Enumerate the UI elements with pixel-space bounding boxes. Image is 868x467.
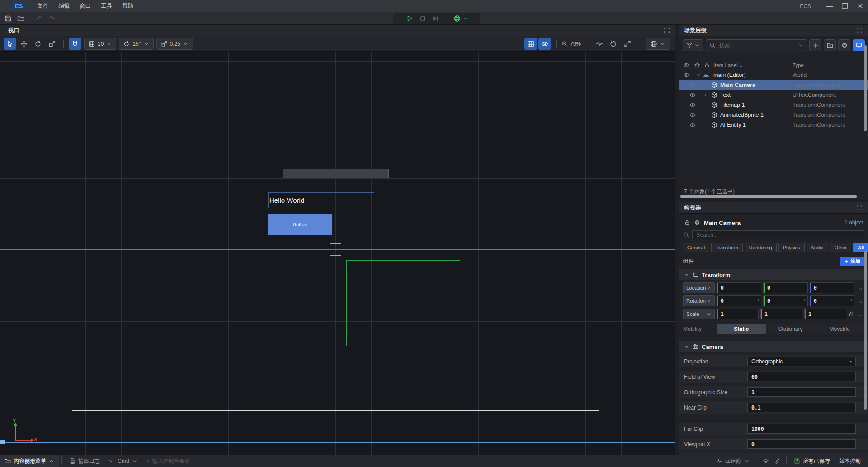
menu-file[interactable]: 文件: [32, 0, 53, 12]
menu-help[interactable]: 帮助: [117, 0, 138, 12]
gear-icon[interactable]: [694, 219, 700, 226]
far-clip-input[interactable]: 1000: [747, 424, 856, 434]
hierarchy-settings-button[interactable]: [838, 39, 850, 51]
hierarchy-row-main-camera[interactable]: Main Camera TransformComponent: [679, 80, 868, 90]
reset-view-button[interactable]: [607, 38, 620, 50]
ui-text-element[interactable]: Hello World: [268, 192, 374, 208]
link-axes-icon[interactable]: ↔: [856, 311, 864, 318]
scale-unlock-icon[interactable]: [848, 311, 854, 317]
link-axes-icon[interactable]: ↔: [856, 298, 864, 305]
eye-icon[interactable]: [689, 122, 696, 128]
menu-tools[interactable]: 工具: [96, 0, 117, 12]
inspector-search-input[interactable]: [695, 231, 861, 238]
hierarchy-row-tilemap[interactable]: Tilemap 1 TransformComponent: [679, 100, 868, 110]
save-button[interactable]: [2, 13, 14, 24]
field-of-view-input[interactable]: 60: [747, 372, 856, 381]
add-entity-button[interactable]: [809, 39, 821, 51]
location-y-field[interactable]: 0: [763, 282, 808, 293]
inspector-fullscreen-icon[interactable]: [856, 205, 863, 211]
hierarchy-fullscreen-icon[interactable]: [856, 27, 863, 33]
rotate-tool-button[interactable]: [32, 38, 44, 50]
tab-all[interactable]: All: [853, 243, 868, 252]
snap-toggle-button[interactable]: [69, 38, 81, 50]
scale-dropdown[interactable]: Scale: [683, 309, 715, 319]
world-globe-dropdown[interactable]: [453, 15, 468, 22]
visibility-toggle[interactable]: [538, 38, 551, 50]
ui-button-element[interactable]: Button: [268, 214, 332, 235]
menu-edit[interactable]: 编辑: [53, 0, 75, 12]
eye-icon[interactable]: [689, 102, 696, 108]
new-folder-button[interactable]: [824, 39, 836, 51]
inspector-search[interactable]: [692, 230, 864, 239]
select-tool-button[interactable]: [4, 38, 16, 50]
version-control-button[interactable]: 版本控制: [835, 455, 868, 467]
hierarchy-row-ai-entity[interactable]: AI Entity 1 TransformComponent: [679, 120, 868, 130]
eye-icon[interactable]: [689, 112, 696, 118]
viewport-world-dropdown[interactable]: [646, 38, 670, 50]
ui-panel-bar[interactable]: [283, 169, 389, 178]
play-icon[interactable]: [406, 15, 413, 22]
location-x-field[interactable]: 0: [717, 282, 761, 293]
hierarchy-search-input[interactable]: [718, 42, 795, 49]
world-view-button[interactable]: [853, 39, 865, 51]
column-type[interactable]: Type: [793, 62, 804, 68]
transform-section-header[interactable]: Transform: [679, 269, 868, 280]
unlock-icon[interactable]: [684, 219, 690, 226]
content-drawer-button[interactable]: 内容侧滑菜单: [0, 455, 59, 467]
network-status-icon[interactable]: [760, 455, 772, 467]
viewport-fullscreen-icon[interactable]: [664, 27, 670, 33]
minimize-button[interactable]: —: [822, 0, 837, 12]
hierarchy-row-main[interactable]: main (Editor) World: [679, 70, 868, 80]
inspector-vertical-scrollbar[interactable]: [864, 251, 867, 410]
camera-section-header[interactable]: Camera: [679, 341, 868, 352]
hierarchy-vertical-scrollbar[interactable]: [864, 45, 867, 131]
link-axes-icon[interactable]: ↔: [856, 285, 864, 291]
eye-icon[interactable]: [689, 92, 696, 98]
scale-x-field[interactable]: 1: [717, 309, 759, 319]
mobility-movable[interactable]: Movable: [815, 324, 864, 334]
stats-toggle-button[interactable]: [593, 38, 606, 50]
stop-icon[interactable]: [420, 15, 426, 22]
orthographic-size-input[interactable]: 1: [747, 387, 856, 397]
mobility-stationary[interactable]: Stationary: [766, 324, 816, 334]
scale-tool-button[interactable]: [46, 38, 58, 50]
tab-other[interactable]: Other: [830, 243, 852, 252]
hierarchy-horizontal-scrollbar[interactable]: [680, 195, 857, 198]
source-control-icon[interactable]: [772, 455, 783, 467]
viewport-x-input[interactable]: 0: [747, 439, 856, 449]
projection-select[interactable]: Orthographic▾: [747, 357, 856, 366]
expand-view-button[interactable]: [621, 38, 634, 50]
rotation-y-field[interactable]: 0°: [763, 295, 808, 306]
selected-entity-marker[interactable]: [330, 243, 341, 256]
hierarchy-search[interactable]: [706, 39, 807, 51]
maximize-button[interactable]: ❐: [837, 0, 853, 12]
tab-audio[interactable]: Audio: [807, 243, 828, 252]
location-z-field[interactable]: 0: [810, 282, 854, 293]
tab-physics[interactable]: Physics: [778, 243, 805, 252]
move-tool-button[interactable]: [18, 38, 30, 50]
save-status[interactable]: 所有已保存: [789, 455, 835, 467]
scene-canvas[interactable]: Hello World Button Y X: [0, 52, 675, 455]
filter-button[interactable]: [683, 39, 703, 51]
zoom-control[interactable]: 79%: [561, 41, 581, 47]
add-component-button[interactable]: ＋ 添加: [840, 257, 864, 266]
output-log-button[interactable]: 输出日志: [65, 455, 104, 467]
eye-icon[interactable]: [683, 72, 689, 78]
rotation-z-field[interactable]: 0°: [810, 295, 854, 306]
tab-general[interactable]: General: [683, 243, 709, 252]
chevron-right-icon[interactable]: [703, 92, 708, 98]
cmd-dropdown[interactable]: >_ Cmd: [104, 455, 142, 467]
rotation-snap-dropdown[interactable]: 15°: [119, 38, 153, 50]
redo-button[interactable]: ↷: [46, 13, 58, 24]
tab-rendering[interactable]: Rendering: [745, 243, 777, 252]
grid-snap-dropdown[interactable]: 10: [84, 38, 116, 50]
trace-dropdown[interactable]: 回追踪: [712, 455, 754, 467]
location-dropdown[interactable]: Location: [683, 282, 715, 293]
grid-visibility-toggle[interactable]: [524, 38, 537, 50]
undo-button[interactable]: ↶: [33, 13, 46, 24]
app-logo[interactable]: ES: [12, 2, 26, 10]
column-item-label[interactable]: Item Label ▲: [713, 62, 743, 68]
scale-y-field[interactable]: 1: [760, 309, 802, 319]
open-folder-button[interactable]: [14, 13, 27, 24]
eye-icon[interactable]: [689, 82, 696, 88]
